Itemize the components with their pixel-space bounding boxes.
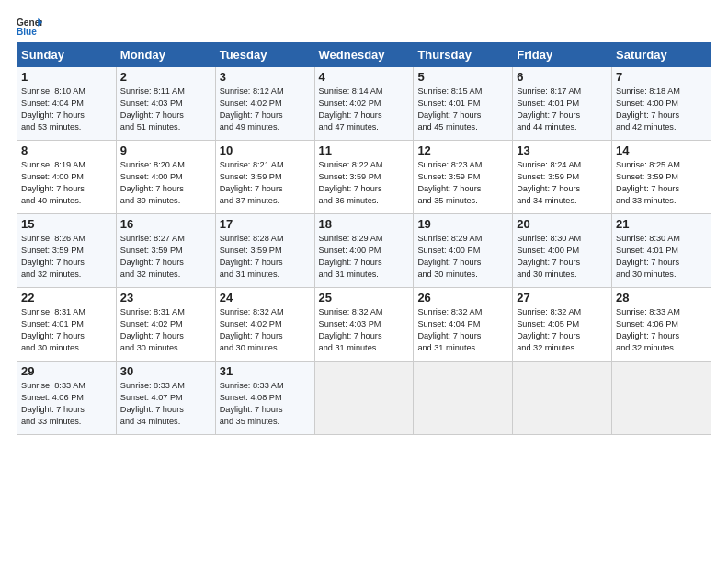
day-cell xyxy=(513,362,612,435)
cell-content: Sunrise: 8:30 AMSunset: 4:00 PMDaylight:… xyxy=(517,233,608,281)
cell-content: Sunrise: 8:31 AMSunset: 4:02 PMDaylight:… xyxy=(120,306,211,354)
cell-content: Sunrise: 8:28 AMSunset: 3:59 PMDaylight:… xyxy=(220,233,311,281)
day-cell: 28Sunrise: 8:33 AMSunset: 4:06 PMDayligh… xyxy=(612,288,711,362)
day-cell: 6Sunrise: 8:17 AMSunset: 4:01 PMDaylight… xyxy=(513,67,612,141)
cell-content: Sunrise: 8:18 AMSunset: 4:00 PMDaylight:… xyxy=(616,86,707,133)
day-cell: 18Sunrise: 8:29 AMSunset: 4:00 PMDayligh… xyxy=(314,214,414,288)
header-row: SundayMondayTuesdayWednesdayThursdayFrid… xyxy=(17,43,711,67)
day-number: 26 xyxy=(417,291,508,304)
cell-content: Sunrise: 8:23 AMSunset: 3:59 PMDaylight:… xyxy=(417,159,508,207)
cell-content: Sunrise: 8:24 AMSunset: 3:59 PMDaylight:… xyxy=(517,159,608,207)
day-number: 15 xyxy=(21,217,112,231)
week-row-2: 8Sunrise: 8:19 AMSunset: 4:00 PMDaylight… xyxy=(17,141,711,214)
day-number: 20 xyxy=(517,217,608,231)
day-cell: 17Sunrise: 8:28 AMSunset: 3:59 PMDayligh… xyxy=(215,214,314,288)
cell-content: Sunrise: 8:33 AMSunset: 4:06 PMDaylight:… xyxy=(616,306,707,354)
col-header-tuesday: Tuesday xyxy=(215,43,314,67)
day-number: 28 xyxy=(616,291,707,304)
week-row-3: 15Sunrise: 8:26 AMSunset: 3:59 PMDayligh… xyxy=(17,214,711,288)
day-number: 9 xyxy=(120,144,211,157)
day-number: 6 xyxy=(517,70,608,84)
day-cell: 20Sunrise: 8:30 AMSunset: 4:00 PMDayligh… xyxy=(513,214,612,288)
calendar-table: SundayMondayTuesdayWednesdayThursdayFrid… xyxy=(17,42,711,435)
day-number: 17 xyxy=(220,217,311,231)
day-cell: 12Sunrise: 8:23 AMSunset: 3:59 PMDayligh… xyxy=(414,141,513,214)
col-header-monday: Monday xyxy=(116,43,215,67)
day-cell xyxy=(314,362,414,435)
cell-content: Sunrise: 8:31 AMSunset: 4:01 PMDaylight:… xyxy=(21,306,112,354)
day-cell: 8Sunrise: 8:19 AMSunset: 4:00 PMDaylight… xyxy=(17,141,117,214)
day-cell: 31Sunrise: 8:33 AMSunset: 4:08 PMDayligh… xyxy=(215,362,314,435)
cell-content: Sunrise: 8:32 AMSunset: 4:03 PMDaylight:… xyxy=(319,306,410,354)
cell-content: Sunrise: 8:14 AMSunset: 4:02 PMDaylight:… xyxy=(319,86,410,133)
day-number: 5 xyxy=(417,70,508,84)
cell-content: Sunrise: 8:32 AMSunset: 4:05 PMDaylight:… xyxy=(517,306,608,354)
cell-content: Sunrise: 8:10 AMSunset: 4:04 PMDaylight:… xyxy=(21,86,112,133)
day-cell: 27Sunrise: 8:32 AMSunset: 4:05 PMDayligh… xyxy=(513,288,612,362)
day-cell: 7Sunrise: 8:18 AMSunset: 4:00 PMDaylight… xyxy=(612,67,711,141)
day-cell: 11Sunrise: 8:22 AMSunset: 3:59 PMDayligh… xyxy=(314,141,414,214)
day-number: 12 xyxy=(417,144,508,157)
day-cell: 4Sunrise: 8:14 AMSunset: 4:02 PMDaylight… xyxy=(314,67,414,141)
day-cell: 2Sunrise: 8:11 AMSunset: 4:03 PMDaylight… xyxy=(116,67,215,141)
day-number: 4 xyxy=(319,70,410,84)
day-number: 27 xyxy=(517,291,608,304)
cell-content: Sunrise: 8:21 AMSunset: 3:59 PMDaylight:… xyxy=(220,159,311,207)
day-cell xyxy=(414,362,513,435)
cell-content: Sunrise: 8:29 AMSunset: 4:00 PMDaylight:… xyxy=(319,233,410,281)
day-cell: 9Sunrise: 8:20 AMSunset: 4:00 PMDaylight… xyxy=(116,141,215,214)
cell-content: Sunrise: 8:20 AMSunset: 4:00 PMDaylight:… xyxy=(120,159,211,207)
day-number: 10 xyxy=(220,144,311,157)
day-number: 24 xyxy=(220,291,311,304)
cell-content: Sunrise: 8:12 AMSunset: 4:02 PMDaylight:… xyxy=(220,86,311,133)
day-number: 11 xyxy=(319,144,410,157)
cell-content: Sunrise: 8:11 AMSunset: 4:03 PMDaylight:… xyxy=(120,86,211,133)
day-cell: 26Sunrise: 8:32 AMSunset: 4:04 PMDayligh… xyxy=(414,288,513,362)
cell-content: Sunrise: 8:22 AMSunset: 3:59 PMDaylight:… xyxy=(319,159,410,207)
day-number: 18 xyxy=(319,217,410,231)
day-cell: 13Sunrise: 8:24 AMSunset: 3:59 PMDayligh… xyxy=(513,141,612,214)
day-cell: 30Sunrise: 8:33 AMSunset: 4:07 PMDayligh… xyxy=(116,362,215,435)
col-header-wednesday: Wednesday xyxy=(314,43,414,67)
day-number: 30 xyxy=(120,364,211,378)
day-cell: 1Sunrise: 8:10 AMSunset: 4:04 PMDaylight… xyxy=(17,67,117,141)
cell-content: Sunrise: 8:32 AMSunset: 4:02 PMDaylight:… xyxy=(220,306,311,354)
day-number: 25 xyxy=(319,291,410,304)
cell-content: Sunrise: 8:33 AMSunset: 4:06 PMDaylight:… xyxy=(21,380,112,428)
cell-content: Sunrise: 8:19 AMSunset: 4:00 PMDaylight:… xyxy=(21,159,112,207)
day-number: 1 xyxy=(21,70,112,84)
day-number: 22 xyxy=(21,291,112,304)
logo-icon: General Blue xyxy=(17,17,42,37)
day-cell: 3Sunrise: 8:12 AMSunset: 4:02 PMDaylight… xyxy=(215,67,314,141)
cell-content: Sunrise: 8:33 AMSunset: 4:07 PMDaylight:… xyxy=(120,380,211,428)
cell-content: Sunrise: 8:26 AMSunset: 3:59 PMDaylight:… xyxy=(21,233,112,281)
cell-content: Sunrise: 8:17 AMSunset: 4:01 PMDaylight:… xyxy=(517,86,608,133)
day-number: 3 xyxy=(220,70,311,84)
day-number: 8 xyxy=(21,144,112,157)
cell-content: Sunrise: 8:29 AMSunset: 4:00 PMDaylight:… xyxy=(417,233,508,281)
week-row-1: 1Sunrise: 8:10 AMSunset: 4:04 PMDaylight… xyxy=(17,67,711,141)
cell-content: Sunrise: 8:15 AMSunset: 4:01 PMDaylight:… xyxy=(417,86,508,133)
day-number: 14 xyxy=(616,144,707,157)
day-cell: 22Sunrise: 8:31 AMSunset: 4:01 PMDayligh… xyxy=(17,288,117,362)
col-header-sunday: Sunday xyxy=(17,43,117,67)
day-cell: 23Sunrise: 8:31 AMSunset: 4:02 PMDayligh… xyxy=(116,288,215,362)
page-container: General Blue SundayMondayTuesdayWednesda… xyxy=(0,0,728,444)
cell-content: Sunrise: 8:30 AMSunset: 4:01 PMDaylight:… xyxy=(616,233,707,281)
day-cell: 25Sunrise: 8:32 AMSunset: 4:03 PMDayligh… xyxy=(314,288,414,362)
cell-content: Sunrise: 8:27 AMSunset: 3:59 PMDaylight:… xyxy=(120,233,211,281)
day-cell xyxy=(612,362,711,435)
day-cell: 15Sunrise: 8:26 AMSunset: 3:59 PMDayligh… xyxy=(17,214,117,288)
day-cell: 24Sunrise: 8:32 AMSunset: 4:02 PMDayligh… xyxy=(215,288,314,362)
day-number: 13 xyxy=(517,144,608,157)
day-cell: 16Sunrise: 8:27 AMSunset: 3:59 PMDayligh… xyxy=(116,214,215,288)
day-cell: 29Sunrise: 8:33 AMSunset: 4:06 PMDayligh… xyxy=(17,362,117,435)
day-number: 31 xyxy=(220,364,311,378)
col-header-friday: Friday xyxy=(513,43,612,67)
col-header-saturday: Saturday xyxy=(612,43,711,67)
day-number: 7 xyxy=(616,70,707,84)
cell-content: Sunrise: 8:33 AMSunset: 4:08 PMDaylight:… xyxy=(220,380,311,428)
logo: General Blue xyxy=(17,17,46,37)
day-number: 16 xyxy=(120,217,211,231)
week-row-5: 29Sunrise: 8:33 AMSunset: 4:06 PMDayligh… xyxy=(17,362,711,435)
